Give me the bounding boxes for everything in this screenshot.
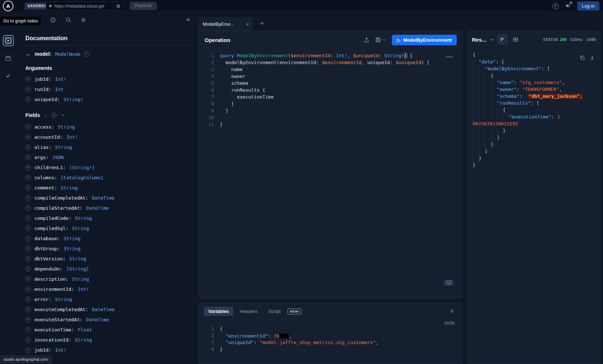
field-type-link[interactable]: DateTime bbox=[86, 317, 109, 322]
operation-editor[interactable]: 1query ModelByEnvironment($environmentId… bbox=[203, 53, 458, 129]
run-operation-button[interactable]: ModelByEnvironment bbox=[392, 35, 457, 45]
doc-field-row[interactable]: description:String bbox=[25, 274, 193, 284]
add-field-to-query-icon[interactable] bbox=[25, 307, 31, 312]
doc-field-row[interactable]: columns:[CatalogColumn] bbox=[25, 172, 193, 183]
field-type-link[interactable]: String bbox=[55, 297, 72, 302]
doc-field-row[interactable]: accountId:Int! bbox=[25, 132, 193, 142]
field-type-link[interactable]: Int bbox=[55, 87, 63, 92]
save-icon[interactable] bbox=[375, 37, 381, 43]
add-field-to-query-icon[interactable] bbox=[25, 195, 31, 201]
field-type-link[interactable]: String bbox=[58, 124, 75, 130]
add-field-to-query-icon[interactable] bbox=[25, 97, 31, 102]
variables-editor[interactable]: 1{2 "environmentId": 78,3 "uniqueId": "m… bbox=[203, 326, 458, 353]
field-type-link[interactable]: Int! bbox=[55, 347, 66, 353]
tab-script[interactable]: Script bbox=[264, 307, 285, 316]
rail-item-collections[interactable] bbox=[3, 53, 14, 63]
help-button[interactable] bbox=[552, 3, 559, 9]
login-button[interactable]: Log in bbox=[577, 1, 599, 11]
add-field-to-query-icon[interactable] bbox=[25, 124, 31, 130]
endpoint-url-input[interactable]: https://metadata.cloud.get bbox=[46, 2, 113, 10]
field-type-link[interactable]: String! bbox=[63, 97, 83, 102]
doc-field-row[interactable]: executionTime:Float bbox=[25, 325, 193, 335]
doc-field-row[interactable]: childrenL1:[String!] bbox=[25, 162, 193, 172]
add-field-to-query-icon[interactable] bbox=[25, 216, 31, 221]
response-view-dropdown-icon[interactable] bbox=[490, 38, 494, 42]
doc-field-row[interactable]: access:String bbox=[25, 122, 193, 132]
formatted-view-button[interactable] bbox=[498, 35, 507, 44]
add-field-to-query-icon[interactable] bbox=[25, 297, 31, 302]
doc-field-row[interactable]: compiledSql:String bbox=[25, 223, 193, 233]
field-type-link[interactable]: [String] bbox=[66, 266, 89, 272]
announcements-button[interactable] bbox=[565, 3, 571, 10]
keyboard-shortcuts-button[interactable] bbox=[444, 279, 454, 286]
doc-field-row[interactable]: uniqueId:String! bbox=[25, 94, 193, 104]
tab-headers[interactable]: Headers bbox=[235, 307, 262, 316]
back-button[interactable] bbox=[25, 51, 31, 57]
add-field-to-query-icon[interactable] bbox=[25, 276, 31, 282]
add-field-to-query-icon[interactable] bbox=[25, 266, 31, 272]
apollo-logo[interactable]: A bbox=[3, 1, 13, 11]
add-field-to-query-icon[interactable] bbox=[25, 145, 31, 150]
field-type-link[interactable]: Int! bbox=[55, 76, 66, 82]
doc-field-row[interactable]: error:String bbox=[25, 294, 193, 304]
field-type-link[interactable]: String bbox=[75, 216, 92, 221]
field-type-link[interactable]: [CatalogColumn] bbox=[61, 175, 103, 180]
doc-field-row[interactable]: invocationId:String bbox=[25, 335, 193, 345]
add-field-to-query-icon[interactable] bbox=[25, 205, 31, 211]
field-type-link[interactable]: DateTime bbox=[92, 307, 115, 312]
field-type-link[interactable]: Float bbox=[78, 327, 92, 332]
doc-field-row[interactable]: alias:String bbox=[25, 142, 193, 152]
connection-settings-button[interactable] bbox=[113, 2, 123, 10]
field-type-link[interactable]: Int! bbox=[78, 286, 89, 292]
add-field-to-query-icon[interactable] bbox=[25, 256, 31, 262]
add-type-to-query-icon[interactable] bbox=[84, 51, 89, 57]
doc-field-row[interactable]: comment:String bbox=[25, 183, 193, 193]
add-field-to-query-icon[interactable] bbox=[25, 286, 31, 292]
copy-response-icon[interactable] bbox=[579, 55, 585, 60]
collapse-panel-button[interactable] bbox=[449, 309, 455, 314]
field-type-link[interactable]: String bbox=[69, 256, 86, 262]
add-field-to-query-icon[interactable] bbox=[25, 175, 31, 180]
add-field-to-query-icon[interactable] bbox=[25, 226, 31, 231]
breadcrumb-type-link[interactable]: ModelNode bbox=[55, 51, 80, 57]
settings-gear-icon[interactable] bbox=[81, 17, 86, 23]
rail-item-operations[interactable] bbox=[3, 35, 14, 46]
add-field-to-query-icon[interactable] bbox=[25, 327, 31, 332]
field-type-link[interactable]: DateTime bbox=[86, 205, 109, 211]
doc-field-row[interactable]: compileCompletedAt:DateTime bbox=[25, 193, 193, 203]
tab-variables[interactable]: Variables bbox=[204, 307, 233, 316]
download-response-icon[interactable] bbox=[590, 55, 595, 60]
add-field-to-query-icon[interactable] bbox=[25, 246, 31, 251]
field-type-link[interactable]: [String!] bbox=[69, 165, 95, 170]
editor-overflow-menu-icon[interactable] bbox=[446, 54, 453, 60]
doc-field-row[interactable]: jobId:Int! bbox=[25, 74, 193, 84]
field-type-link[interactable]: DateTime bbox=[92, 195, 115, 201]
search-icon[interactable] bbox=[66, 17, 71, 23]
share-button[interactable] bbox=[364, 37, 369, 43]
doc-field-row[interactable]: compileStartedAt:DateTime bbox=[25, 203, 193, 213]
history-icon[interactable] bbox=[50, 17, 56, 23]
field-type-link[interactable]: String bbox=[72, 226, 89, 231]
doc-field-row[interactable]: database:String bbox=[25, 233, 193, 243]
field-type-link[interactable]: String bbox=[61, 185, 78, 191]
doc-field-row[interactable]: jobId:Int! bbox=[25, 345, 193, 355]
doc-field-row[interactable]: runId:Int bbox=[25, 84, 193, 94]
add-field-to-query-icon[interactable] bbox=[25, 185, 31, 191]
field-type-link[interactable]: Int! bbox=[66, 134, 78, 140]
collapse-docs-button[interactable] bbox=[186, 15, 190, 23]
doc-field-row[interactable]: args:JSON bbox=[25, 152, 193, 162]
tab-modelbyenvironment[interactable]: ModelByEnvi... bbox=[198, 17, 254, 31]
add-field-to-query-icon[interactable] bbox=[25, 347, 31, 353]
add-field-to-query-icon[interactable] bbox=[25, 236, 31, 241]
field-type-link[interactable]: String bbox=[75, 337, 92, 343]
publish-button[interactable]: Publish bbox=[130, 2, 157, 10]
add-field-to-query-icon[interactable] bbox=[25, 165, 31, 170]
sort-fields-icon[interactable] bbox=[44, 113, 47, 118]
doc-field-row[interactable]: dbtGroup:String bbox=[25, 243, 193, 254]
field-type-link[interactable]: String bbox=[72, 276, 89, 282]
chevron-down-icon[interactable] bbox=[61, 113, 64, 117]
add-field-to-query-icon[interactable] bbox=[25, 317, 31, 322]
field-type-link[interactable]: JSON bbox=[52, 155, 63, 160]
doc-field-row[interactable]: dbtVersion:String bbox=[25, 254, 193, 264]
field-type-link[interactable]: String bbox=[63, 246, 80, 251]
